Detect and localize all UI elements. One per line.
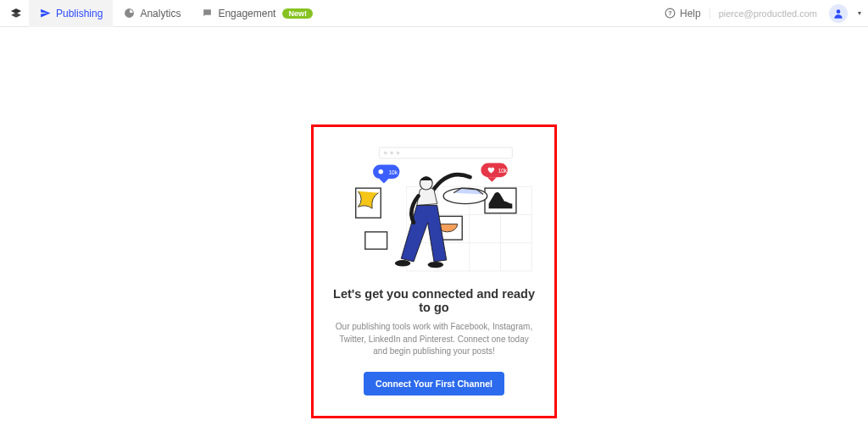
chevron-down-icon[interactable]: ▾ — [858, 9, 861, 17]
nav-publishing[interactable]: Publishing — [29, 0, 113, 27]
empty-state-title: Let's get you connected and ready to go — [329, 287, 539, 314]
analytics-icon — [123, 8, 135, 19]
main-content: 10k 10k — [0, 27, 868, 418]
svg-text:10k: 10k — [498, 167, 508, 173]
top-navigation: Publishing Analytics Engagement New! ? H… — [0, 0, 868, 27]
avatar-icon — [832, 8, 844, 19]
nav-engagement-label: Engagement — [218, 8, 275, 19]
help-label: Help — [680, 8, 701, 19]
nav-publishing-label: Publishing — [56, 8, 103, 19]
help-icon: ? — [665, 8, 676, 19]
nav-engagement[interactable]: Engagement New! — [191, 0, 323, 27]
svg-text:?: ? — [668, 10, 671, 16]
primary-nav: Publishing Analytics Engagement New! — [29, 0, 323, 27]
help-link[interactable]: ? Help — [665, 8, 701, 19]
engagement-icon — [201, 8, 213, 19]
connect-channel-button[interactable]: Connect Your First Channel — [364, 372, 504, 395]
svg-point-2 — [837, 9, 841, 14]
svg-point-12 — [397, 151, 400, 154]
user-avatar[interactable] — [829, 4, 848, 23]
empty-state-description: Our publishing tools work with Facebook,… — [329, 321, 539, 358]
svg-point-24 — [395, 260, 410, 266]
nav-analytics-label: Analytics — [140, 8, 181, 19]
svg-point-25 — [428, 261, 443, 267]
svg-point-10 — [384, 151, 387, 154]
svg-rect-19 — [365, 231, 387, 248]
nav-analytics[interactable]: Analytics — [113, 0, 191, 27]
header-right: ? Help pierce@productled.com ▾ — [665, 4, 861, 23]
publishing-icon — [39, 8, 51, 19]
empty-state-card: 10k 10k — [311, 124, 557, 418]
svg-point-11 — [390, 151, 393, 154]
svg-point-14 — [378, 169, 383, 174]
new-badge: New! — [282, 8, 313, 19]
onboarding-illustration: 10k 10k — [329, 144, 539, 275]
svg-text:10k: 10k — [388, 169, 398, 174]
buffer-logo[interactable] — [7, 8, 25, 19]
user-email: pierce@productled.com — [709, 8, 817, 19]
